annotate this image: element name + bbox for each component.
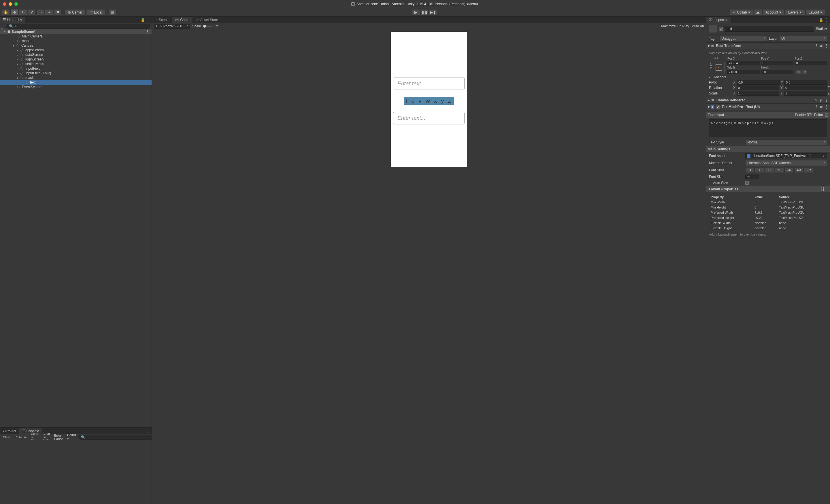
scene-row[interactable]: ▾ ⬢ SampleScene* ⋮: [0, 29, 152, 34]
snap-button[interactable]: ⊞: [108, 9, 117, 15]
scene-menu-icon[interactable]: ⋮: [146, 30, 152, 34]
chevron-right-icon[interactable]: ▸: [709, 76, 712, 79]
layers-button[interactable]: Layers ▾: [785, 9, 805, 15]
input-field-1[interactable]: Enter text...: [393, 77, 465, 90]
maximize-on-play[interactable]: Maximize On Play: [661, 24, 689, 28]
scale-tool-button[interactable]: ⤢: [28, 9, 36, 15]
rotate-tool-button[interactable]: ↻: [19, 9, 27, 15]
lock-icon[interactable]: 🔒: [141, 18, 145, 22]
tree-item[interactable]: ▸loginScreen: [0, 57, 152, 62]
scale-y[interactable]: [784, 91, 827, 96]
text-style-dropdown[interactable]: Normal: [745, 139, 827, 145]
material-preset-dropdown[interactable]: LiberationSans SDF Material: [745, 160, 827, 166]
rot-y[interactable]: [784, 86, 827, 90]
preset-icon[interactable]: ⇄: [820, 105, 823, 109]
collab-button[interactable]: ✓ Collab ▾: [730, 9, 753, 15]
pivot-local-button[interactable]: ⬚ Local: [86, 9, 105, 15]
tree-item[interactable]: ▾mask: [0, 75, 152, 80]
hierarchy-search[interactable]: 🔍 All: [6, 24, 151, 29]
canvas-renderer-header[interactable]: ▸ 👁 Canvas Renderer ?⇄⋮: [706, 97, 830, 103]
hand-tool-button[interactable]: ✋: [2, 9, 10, 15]
scale-x[interactable]: [737, 91, 779, 96]
font-style-sc[interactable]: SC: [804, 168, 813, 173]
close-window-icon[interactable]: [3, 2, 6, 6]
aspect-dropdown[interactable]: 16:9 Portrait (9:16): [154, 24, 190, 29]
play-button[interactable]: ▶: [412, 9, 420, 15]
font-asset-field[interactable]: FLiberationSans SDF (TMP_FontAsset)⊙: [745, 153, 827, 158]
posx-field[interactable]: [727, 61, 760, 65]
panel-menu-icon[interactable]: ⋮: [700, 18, 704, 22]
console-search[interactable]: 🔍: [78, 435, 159, 440]
pivot-center-button[interactable]: ⊕ Center: [65, 9, 86, 15]
chevron-down-icon[interactable]: ▾: [4, 30, 7, 33]
minimize-window-icon[interactable]: [9, 2, 12, 6]
anchor-preset[interactable]: [713, 62, 725, 73]
font-size-field[interactable]: [745, 174, 759, 179]
input-field-2[interactable]: Enter text...: [393, 112, 465, 125]
mute-audio[interactable]: Mute Au: [691, 24, 704, 28]
tree-item[interactable]: ▸dataScreen: [0, 53, 152, 57]
tab-game[interactable]: 🎮 Game: [172, 17, 193, 23]
tree-item[interactable]: ▸InputField (TMP): [0, 71, 152, 75]
raw-button[interactable]: R: [802, 70, 807, 74]
transform-tool-button[interactable]: ✦: [45, 9, 53, 15]
rect-transform-header[interactable]: ▾ ⊞ Rect Transform ?⇄⋮: [706, 43, 830, 49]
tmp-text-area[interactable]: [709, 119, 827, 136]
tree-item[interactable]: ▸appsScreen: [0, 48, 152, 53]
preset-icon[interactable]: ⇄: [820, 44, 823, 48]
font-style-ab[interactable]: AB: [794, 168, 803, 173]
tab-scene[interactable]: ⊞ Scene: [152, 17, 172, 23]
panel-menu-icon[interactable]: ⋮: [146, 18, 150, 22]
collapse-button[interactable]: Collapse: [13, 435, 29, 439]
auto-size-checkbox[interactable]: [745, 181, 749, 184]
tag-dropdown[interactable]: Untagged: [719, 36, 767, 41]
tree-item[interactable]: ▸settingMenu: [0, 62, 152, 66]
move-tool-button[interactable]: ✥: [10, 9, 19, 15]
blueprint-button[interactable]: ⊡: [796, 70, 801, 74]
menu-icon[interactable]: ⋮: [825, 98, 828, 102]
component-enabled-checkbox[interactable]: ✓: [716, 105, 720, 109]
tree-item[interactable]: Main Camera: [0, 34, 152, 39]
font-style-i[interactable]: I: [755, 168, 764, 173]
rect-tool-button[interactable]: ▭: [36, 9, 44, 15]
create-dropdown[interactable]: + ▾: [1, 24, 5, 28]
tab-project[interactable]: ▪ Project: [0, 428, 19, 434]
font-style-u[interactable]: U: [765, 168, 774, 173]
height-field[interactable]: [761, 70, 794, 74]
preset-icon[interactable]: ⇄: [820, 98, 823, 102]
posz-field[interactable]: [795, 61, 827, 65]
help-icon[interactable]: ?: [815, 44, 817, 48]
tmp-header[interactable]: ▾ T ✓ TextMeshPro - Text (UI) ?⇄⋮: [706, 104, 830, 110]
menu-icon[interactable]: ⋮: [825, 105, 828, 109]
cloud-button[interactable]: ☁: [754, 9, 762, 15]
menu-icon[interactable]: ⋮: [825, 44, 828, 48]
help-icon[interactable]: ?: [815, 98, 817, 102]
tree-item[interactable]: ▾Canvas: [0, 43, 152, 48]
layout-button[interactable]: Layout ▾: [805, 9, 825, 15]
layout-menu-icon[interactable]: ┆┆┆: [820, 187, 827, 191]
posy-field[interactable]: [761, 61, 794, 65]
tab-asset-store[interactable]: 🛍 Asset Store: [193, 17, 221, 23]
help-icon[interactable]: ?: [815, 105, 817, 109]
active-checkbox[interactable]: ✓: [719, 27, 723, 31]
tree-item[interactable]: ▸InputField: [0, 66, 152, 71]
panel-menu-icon[interactable]: ⋮: [824, 18, 828, 22]
tree-item[interactable]: manager: [0, 39, 152, 43]
rot-x[interactable]: [737, 86, 779, 90]
pivot-y[interactable]: [785, 80, 827, 85]
layer-dropdown[interactable]: UI: [779, 36, 827, 41]
gameobject-icon[interactable]: [709, 25, 717, 33]
lock-icon[interactable]: 🔒: [819, 18, 823, 22]
maximize-window-icon[interactable]: [14, 2, 18, 6]
account-button[interactable]: Account ▾: [763, 9, 785, 15]
tree-item[interactable]: EventSystem: [0, 85, 152, 89]
clear-button[interactable]: Clear: [1, 435, 12, 439]
tab-inspector[interactable]: ⓘ Inspector: [706, 17, 731, 23]
font-style-ab[interactable]: ab: [785, 168, 794, 173]
gameobject-name-field[interactable]: [725, 26, 814, 32]
pivot-x[interactable]: [737, 80, 779, 85]
scale-slider[interactable]: [203, 26, 212, 27]
font-style-b[interactable]: B: [745, 168, 755, 173]
width-field[interactable]: [727, 70, 760, 74]
static-dropdown[interactable]: Static ▾: [816, 27, 827, 31]
